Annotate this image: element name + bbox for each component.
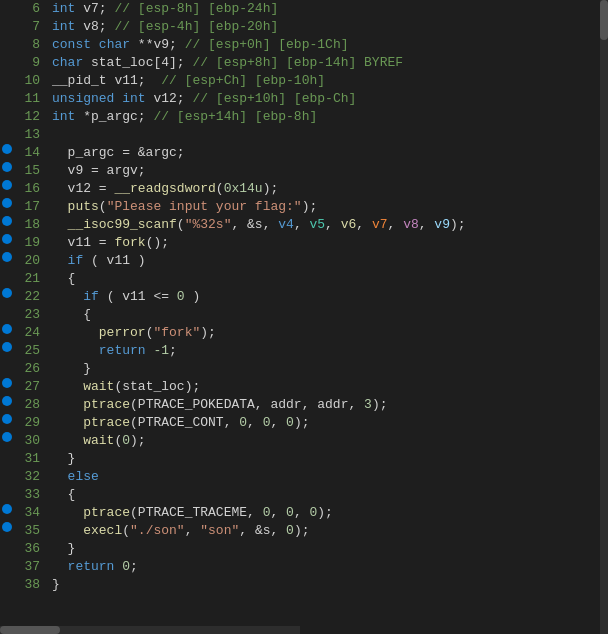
table-row: 21 { xyxy=(0,270,608,288)
breakpoint-25 xyxy=(0,342,14,352)
table-row: 16 v12 = __readgsdword(0x14u); xyxy=(0,180,608,198)
table-row: 27 wait(stat_loc); xyxy=(0,378,608,396)
code-line-19: v11 = fork(); xyxy=(48,234,608,252)
table-row: 37 return 0; xyxy=(0,558,608,576)
line-num-21: 21 xyxy=(14,270,48,288)
table-row: 32 else xyxy=(0,468,608,486)
line-num-32: 32 xyxy=(14,468,48,486)
breakpoint-34 xyxy=(0,504,14,514)
code-line-33: { xyxy=(48,486,608,504)
line-num-10: 10 xyxy=(14,72,48,90)
breakpoint-20 xyxy=(0,252,14,262)
table-row: 34 ptrace(PTRACE_TRACEME, 0, 0, 0); xyxy=(0,504,608,522)
breakpoint-dot-30 xyxy=(2,432,12,442)
table-row: 25 return -1; xyxy=(0,342,608,360)
line-num-16: 16 xyxy=(14,180,48,198)
table-row: 14 p_argc = &argc; xyxy=(0,144,608,162)
line-num-6: 6 xyxy=(14,0,48,18)
line-num-37: 37 xyxy=(14,558,48,576)
breakpoint-dot-17 xyxy=(2,198,12,208)
breakpoint-dot-19 xyxy=(2,234,12,244)
line-num-31: 31 xyxy=(14,450,48,468)
line-num-38: 38 xyxy=(14,576,48,594)
code-line-29: ptrace(PTRACE_CONT, 0, 0, 0); xyxy=(48,414,608,432)
line-num-15: 15 xyxy=(14,162,48,180)
code-line-13 xyxy=(48,126,608,144)
breakpoint-18 xyxy=(0,216,14,226)
table-row: 19 v11 = fork(); xyxy=(0,234,608,252)
table-row: 6 int v7; // [esp-8h] [ebp-24h] xyxy=(0,0,608,18)
table-row: 29 ptrace(PTRACE_CONT, 0, 0, 0); xyxy=(0,414,608,432)
line-num-25: 25 xyxy=(14,342,48,360)
code-line-37: return 0; xyxy=(48,558,608,576)
code-line-31: } xyxy=(48,450,608,468)
table-row: 15 v9 = argv; xyxy=(0,162,608,180)
table-row: 10 __pid_t v11; // [esp+Ch] [ebp-10h] xyxy=(0,72,608,90)
table-row: 18 __isoc99_scanf("%32s", &s, v4, v5, v6… xyxy=(0,216,608,234)
code-line-30: wait(0); xyxy=(48,432,608,450)
table-row: 30 wait(0); xyxy=(0,432,608,450)
breakpoint-dot-27 xyxy=(2,378,12,388)
code-line-28: ptrace(PTRACE_POKEDATA, addr, addr, 3); xyxy=(48,396,608,414)
vertical-scrollbar[interactable] xyxy=(600,0,608,634)
breakpoint-27 xyxy=(0,378,14,388)
breakpoint-dot-25 xyxy=(2,342,12,352)
line-num-23: 23 xyxy=(14,306,48,324)
breakpoint-19 xyxy=(0,234,14,244)
breakpoint-dot-14 xyxy=(2,144,12,154)
code-line-27: wait(stat_loc); xyxy=(48,378,608,396)
code-line-32: else xyxy=(48,468,608,486)
breakpoint-15 xyxy=(0,162,14,172)
breakpoint-dot-20 xyxy=(2,252,12,262)
code-line-38: } xyxy=(48,576,608,594)
code-line-20: if ( v11 ) xyxy=(48,252,608,270)
breakpoint-dot-16 xyxy=(2,180,12,190)
code-editor: 6 int v7; // [esp-8h] [ebp-24h] 7 int v8… xyxy=(0,0,608,634)
breakpoint-24 xyxy=(0,324,14,334)
table-row: 17 puts("Please input your flag:"); xyxy=(0,198,608,216)
line-num-28: 28 xyxy=(14,396,48,414)
table-row: 22 if ( v11 <= 0 ) xyxy=(0,288,608,306)
line-num-24: 24 xyxy=(14,324,48,342)
line-num-18: 18 xyxy=(14,216,48,234)
line-num-26: 26 xyxy=(14,360,48,378)
line-num-27: 27 xyxy=(14,378,48,396)
line-num-11: 11 xyxy=(14,90,48,108)
code-line-25: return -1; xyxy=(48,342,608,360)
table-row: 9 char stat_loc[4]; // [esp+8h] [ebp-14h… xyxy=(0,54,608,72)
line-num-19: 19 xyxy=(14,234,48,252)
code-line-6: int v7; // [esp-8h] [ebp-24h] xyxy=(48,0,608,18)
code-line-21: { xyxy=(48,270,608,288)
scrollbar-thumb-h[interactable] xyxy=(0,626,60,634)
horizontal-scrollbar[interactable] xyxy=(0,626,300,634)
breakpoint-dot-18 xyxy=(2,216,12,226)
table-row: 33 { xyxy=(0,486,608,504)
code-line-12: int *p_argc; // [esp+14h] [ebp-8h] xyxy=(48,108,608,126)
breakpoint-dot-22 xyxy=(2,288,12,298)
breakpoint-14 xyxy=(0,144,14,154)
table-row: 28 ptrace(PTRACE_POKEDATA, addr, addr, 3… xyxy=(0,396,608,414)
breakpoint-22 xyxy=(0,288,14,298)
code-line-9: char stat_loc[4]; // [esp+8h] [ebp-14h] … xyxy=(48,54,608,72)
line-num-13: 13 xyxy=(14,126,48,144)
code-line-14: p_argc = &argc; xyxy=(48,144,608,162)
breakpoint-35 xyxy=(0,522,14,532)
table-row: 13 xyxy=(0,126,608,144)
code-line-22: if ( v11 <= 0 ) xyxy=(48,288,608,306)
breakpoint-dot-29 xyxy=(2,414,12,424)
breakpoint-dot-15 xyxy=(2,162,12,172)
table-row: 23 { xyxy=(0,306,608,324)
line-num-9: 9 xyxy=(14,54,48,72)
code-line-36: } xyxy=(48,540,608,558)
table-row: 8 const char **v9; // [esp+0h] [ebp-1Ch] xyxy=(0,36,608,54)
line-num-29: 29 xyxy=(14,414,48,432)
breakpoint-16 xyxy=(0,180,14,190)
scrollbar-thumb-v[interactable] xyxy=(600,0,608,40)
breakpoint-dot-28 xyxy=(2,396,12,406)
code-line-16: v12 = __readgsdword(0x14u); xyxy=(48,180,608,198)
table-row: 38 } xyxy=(0,576,608,594)
breakpoint-17 xyxy=(0,198,14,208)
code-line-26: } xyxy=(48,360,608,378)
line-num-17: 17 xyxy=(14,198,48,216)
line-num-36: 36 xyxy=(14,540,48,558)
